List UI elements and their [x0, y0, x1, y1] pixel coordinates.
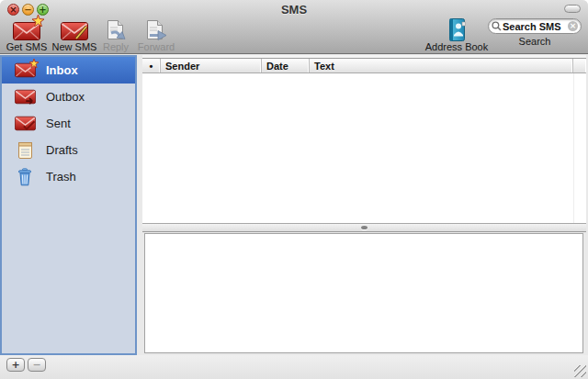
column-header-date[interactable]: Date [262, 59, 310, 72]
sidebar-item-label: Inbox [46, 63, 78, 77]
bottom-bar [0, 355, 588, 379]
address-book-button[interactable]: Address Book [421, 18, 492, 52]
reply-button: Reply [97, 18, 134, 52]
window-title: SMS [92, 3, 496, 17]
window-resize-grip[interactable] [574, 365, 586, 377]
search-input[interactable] [502, 21, 568, 32]
forward-button: Forward [134, 18, 178, 52]
document-reply-arrow-icon [104, 18, 128, 41]
search-field[interactable]: × [488, 18, 582, 34]
window-chrome: × − + SMS Get SMS [0, 0, 588, 54]
get-sms-label: Get SMS [6, 41, 48, 52]
document-forward-arrow-icon [144, 18, 168, 41]
sidebar-item-label: Outbox [46, 90, 85, 104]
column-header-unread[interactable]: • [142, 59, 161, 72]
remove-mailbox-button: − [28, 358, 46, 372]
search-group: × Search [485, 18, 584, 47]
close-button[interactable]: × [7, 4, 19, 16]
outbox-envelope-icon [14, 88, 36, 106]
mailbox-sidebar: Inbox Outbox Sent [0, 55, 137, 355]
reply-label: Reply [103, 41, 129, 52]
pane-splitter[interactable] [142, 223, 586, 232]
message-list-body[interactable] [142, 73, 586, 223]
sidebar-item-inbox[interactable]: Inbox [2, 57, 135, 84]
sidebar-item-label: Drafts [46, 143, 78, 157]
address-book-label: Address Book [425, 41, 488, 52]
trash-can-icon [14, 168, 36, 186]
column-header-scroll-spacer [573, 59, 586, 72]
message-list-header: • Sender Date Text [142, 58, 586, 73]
star-badge-icon [32, 15, 44, 27]
envelope-star-icon [13, 18, 40, 41]
toolbar-toggle-button[interactable] [564, 5, 581, 13]
search-label: Search [519, 36, 551, 47]
search-clear-icon[interactable]: × [568, 21, 578, 31]
sidebar-item-label: Sent [46, 117, 71, 130]
message-preview-pane [144, 233, 583, 353]
sms-app-window: × − + SMS Get SMS [0, 0, 588, 379]
drafts-notepad-icon [14, 141, 36, 160]
new-sms-label: New SMS [52, 41, 97, 52]
sidebar-item-drafts[interactable]: Drafts [2, 137, 135, 163]
get-sms-button[interactable]: Get SMS [4, 18, 50, 52]
envelope-pencil-icon [61, 18, 88, 41]
sidebar-item-label: Trash [46, 170, 76, 184]
message-list-scrollbar-track [573, 73, 586, 223]
column-header-sender[interactable]: Sender [161, 59, 262, 72]
column-header-text[interactable]: Text [310, 59, 573, 72]
address-book-icon [447, 18, 467, 41]
sidebar-item-outbox[interactable]: Outbox [2, 84, 135, 110]
new-sms-button[interactable]: New SMS [50, 18, 99, 52]
splitter-grip-icon [361, 226, 368, 229]
forward-label: Forward [138, 41, 175, 52]
inbox-envelope-icon [14, 61, 36, 80]
magnifier-icon [492, 21, 502, 31]
sidebar-item-trash[interactable]: Trash [2, 163, 135, 190]
sidebar-item-sent[interactable]: Sent [2, 110, 135, 137]
sent-envelope-icon [14, 115, 36, 133]
add-mailbox-button[interactable]: + [6, 358, 25, 372]
